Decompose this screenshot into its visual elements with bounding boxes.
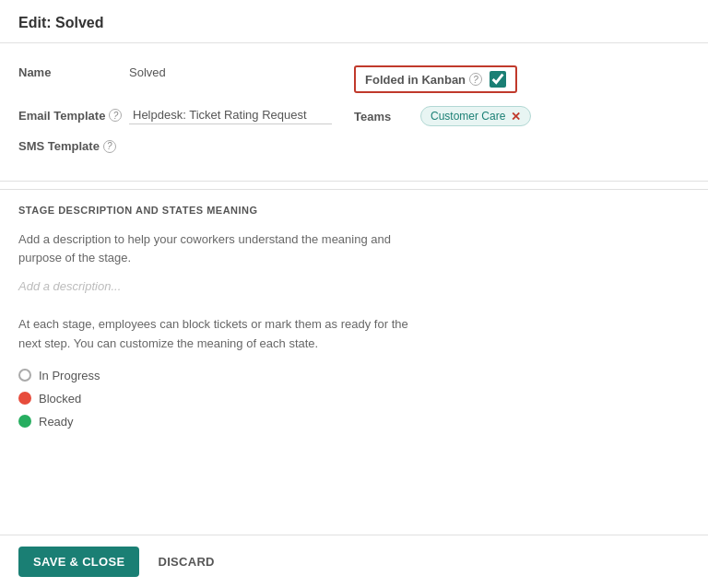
form-row-email-template: Email Template ? Teams Customer Care ✕ (18, 106, 690, 126)
email-template-field-group: Email Template ? (18, 106, 354, 124)
description-input-placeholder[interactable]: Add a description... (18, 276, 690, 297)
email-template-input[interactable] (129, 106, 332, 124)
page-header: Edit: Solved (0, 0, 708, 43)
in-progress-label: In Progress (39, 369, 100, 382)
teams-field-group: Teams Customer Care ✕ (354, 106, 690, 126)
folded-kanban-checkbox[interactable] (490, 71, 506, 88)
folded-kanban-group: Folded in Kanban ? (354, 65, 690, 93)
stage-description-section-title: STAGE DESCRIPTION AND STATES MEANING (0, 189, 708, 223)
customer-care-tag-label: Customer Care (431, 110, 505, 123)
name-value: Solved (129, 65, 166, 79)
folded-kanban-box: Folded in Kanban ? (354, 65, 517, 93)
state-ready: Ready (18, 415, 690, 429)
sms-template-field-group: SMS Template ? (18, 139, 690, 153)
blocked-label: Blocked (39, 392, 81, 406)
blocked-dot (18, 392, 31, 405)
name-field-group: Name Solved (18, 65, 354, 79)
form-row-sms-template: SMS Template ? (18, 139, 690, 153)
sms-template-label: SMS Template ? (18, 139, 129, 153)
email-template-label: Email Template ? (18, 109, 129, 123)
folded-kanban-label: Folded in Kanban ? (365, 73, 482, 87)
state-blocked: Blocked (18, 392, 690, 406)
form-area: Name Solved Folded in Kanban ? Email Tem… (0, 43, 708, 182)
ready-label: Ready (39, 415, 74, 429)
folded-kanban-help-icon[interactable]: ? (469, 73, 482, 86)
state-in-progress: In Progress (18, 369, 690, 382)
sms-template-help-icon[interactable]: ? (103, 140, 116, 153)
description-area: Add a description to help your coworkers… (0, 223, 708, 453)
states-hint: At each stage, employees can block ticke… (18, 315, 690, 354)
ready-dot (18, 415, 31, 428)
page-title: Edit: Solved (18, 15, 103, 30)
teams-label: Teams (354, 110, 409, 123)
footer: SAVE & CLOSE DISCARD (0, 535, 708, 588)
email-template-help-icon[interactable]: ? (109, 109, 122, 122)
in-progress-dot (18, 369, 31, 382)
form-row-name: Name Solved Folded in Kanban ? (18, 65, 690, 93)
save-close-button[interactable]: SAVE & CLOSE (18, 547, 139, 577)
customer-care-tag: Customer Care ✕ (420, 106, 531, 126)
name-label: Name (18, 65, 129, 79)
description-hint: Add a description to help your coworkers… (18, 230, 690, 266)
discard-button[interactable]: DISCARD (154, 547, 218, 577)
customer-care-tag-remove-icon[interactable]: ✕ (511, 111, 521, 123)
